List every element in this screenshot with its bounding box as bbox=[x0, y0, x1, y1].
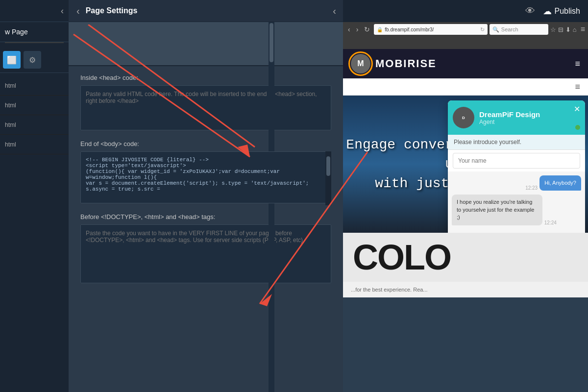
sidebar-item-html-3[interactable]: html bbox=[0, 115, 69, 135]
ps-back-btn[interactable]: ‹ bbox=[76, 5, 80, 17]
msg2-timestamp: 12:24 bbox=[544, 220, 557, 225]
preview-btn[interactable]: 👁 bbox=[525, 5, 535, 17]
chat-avatar: D bbox=[453, 107, 474, 128]
browser-reload-icon[interactable]: ↻ bbox=[480, 26, 485, 33]
sidebar-page-label: w Page bbox=[0, 22, 69, 42]
sidebar-item-html-1[interactable]: html bbox=[0, 76, 69, 96]
page-settings-panel: ‹ Page Settings ‹ Inside <head> code: En… bbox=[69, 0, 343, 392]
browser-toolbar-icons: ☆ ⊟ ⬇ ⌂ ≡ bbox=[550, 25, 585, 34]
chat-intro-bar: Please introduce yourself. bbox=[448, 135, 585, 150]
mob-secondary-nav: ≡ bbox=[343, 78, 588, 96]
mob-secondary-hamburger[interactable]: ≡ bbox=[575, 82, 580, 92]
chat-name-input[interactable] bbox=[453, 153, 580, 169]
head-code-label: Inside <head> code: bbox=[80, 74, 331, 81]
chat-intro-text: Please introduce yourself. bbox=[454, 139, 521, 146]
browser-search-bar[interactable]: 🔍 Search bbox=[490, 24, 548, 35]
doctype-code-textarea[interactable] bbox=[80, 224, 331, 283]
search-icon: 🔍 bbox=[492, 26, 499, 33]
chat-bubble-user-1: Hi, Anybody? bbox=[539, 175, 581, 191]
code-scroll-thumb bbox=[326, 156, 330, 176]
ps-close-btn[interactable]: ‹ bbox=[333, 5, 336, 17]
website-content: M MOBIRISE ≡ ≡ Engage conversation with … bbox=[343, 49, 588, 392]
chat-close-btn[interactable]: ✕ bbox=[574, 104, 580, 114]
browser-url-bar[interactable]: 🔒 fb.dreampif.com/mbr3/ ↻ bbox=[374, 24, 487, 35]
browser-back-btn[interactable]: ‹ bbox=[346, 24, 352, 34]
bookmark-icon[interactable]: ☆ bbox=[550, 26, 556, 33]
body-code-outer: <!-- BEGIN JIVOSITE CODE {literal} --> <… bbox=[80, 151, 331, 205]
search-placeholder-text: Search bbox=[501, 26, 518, 32]
ps-scrollbar-thumb[interactable] bbox=[270, 23, 273, 62]
ps-scrollbar[interactable] bbox=[269, 22, 274, 392]
sidebar-tools: ⬜ ⚙ bbox=[0, 47, 69, 73]
code-scrollbar[interactable] bbox=[325, 151, 331, 205]
sidebar-back-btn[interactable]: ‹ bbox=[61, 6, 64, 16]
sidebar-item-html-2[interactable]: html bbox=[0, 96, 69, 115]
body-code-label: End of <body> code: bbox=[80, 140, 331, 147]
chat-message-row-1: 12:23 Hi, Anybody? bbox=[452, 175, 581, 191]
sidebar-item-html-4[interactable]: html bbox=[0, 135, 69, 154]
publish-cloud-icon: ☁ bbox=[543, 6, 552, 17]
chat-agent-info: DreamPiF Design Agent bbox=[479, 110, 540, 125]
download-icon[interactable]: ⬇ bbox=[565, 26, 571, 33]
chat-online-dot bbox=[574, 124, 581, 131]
body-code-textarea[interactable]: <!-- BEGIN JIVOSITE CODE {literal} --> <… bbox=[80, 151, 331, 203]
ff-menu-btn[interactable]: ≡ bbox=[581, 25, 585, 34]
website-footer: ...for the best experience. Rea... bbox=[343, 282, 588, 297]
url-text: fb.dreampif.com/mbr3/ bbox=[385, 27, 434, 32]
head-code-textarea[interactable] bbox=[80, 85, 331, 130]
chat-agent-name: DreamPiF Design bbox=[479, 110, 540, 119]
ps-panel-title: Page Settings bbox=[86, 6, 138, 15]
publish-btn[interactable]: ☁ Publish bbox=[543, 6, 580, 17]
chat-messages-area: 12:23 Hi, Anybody? I hope you realize yo… bbox=[448, 172, 585, 233]
ps-panel-header: ‹ Page Settings ‹ bbox=[69, 0, 343, 22]
mobirise-brand-label: MOBIRISE bbox=[375, 57, 437, 70]
colo-text: COLO bbox=[353, 240, 451, 275]
ps-top-strip bbox=[69, 22, 343, 66]
logo-ring bbox=[348, 51, 373, 76]
lock-icon: 🔒 bbox=[377, 27, 383, 32]
chat-bubble-agent-1: I hope you realize you're talking to you… bbox=[452, 195, 542, 225]
home-icon[interactable]: ⌂ bbox=[573, 26, 577, 33]
history-icon[interactable]: ⊟ bbox=[558, 26, 564, 33]
chat-message-row-2: I hope you realize you're talking to you… bbox=[452, 195, 581, 225]
browser-chrome: ‹ › ↻ 🔒 fb.dreampif.com/mbr3/ ↻ 🔍 Search… bbox=[343, 22, 588, 49]
body-code-wrapper: <!-- BEGIN JIVOSITE CODE {literal} --> <… bbox=[80, 151, 331, 205]
doctype-code-label: Before <!DOCTYPE>, <html> and <head> tag… bbox=[80, 213, 331, 220]
sidebar-settings-tool-btn[interactable]: ⚙ bbox=[24, 51, 41, 69]
chat-widget: D DreamPiF Design Agent ✕ Please introdu… bbox=[448, 100, 585, 233]
sidebar-items-list: html html html html bbox=[0, 73, 69, 392]
hero-area: Engage conversation with your users with… bbox=[343, 96, 588, 233]
avatar-initials: D bbox=[462, 116, 465, 120]
ps-content-area: Inside <head> code: End of <body> code: … bbox=[69, 74, 343, 297]
app-top-bar: 👁 ☁ Publish bbox=[343, 0, 588, 22]
sidebar: ‹ w Page ⬜ ⚙ html html html html bbox=[0, 0, 69, 392]
browser-nav-bar: ‹ › ↻ 🔒 fb.dreampif.com/mbr3/ ↻ 🔍 Search… bbox=[343, 22, 588, 37]
colo-section: COLO bbox=[343, 233, 588, 282]
msg1-timestamp: 12:23 bbox=[525, 185, 538, 191]
mobirise-logo-icon: M bbox=[351, 54, 370, 74]
mob-hamburger-menu[interactable]: ≡ bbox=[575, 59, 580, 69]
sidebar-divider bbox=[5, 42, 64, 43]
browser-forward-btn[interactable]: › bbox=[354, 24, 361, 34]
sidebar-page-tool-btn[interactable]: ⬜ bbox=[3, 51, 21, 69]
browser-refresh-btn[interactable]: ↻ bbox=[362, 24, 372, 34]
publish-label: Publish bbox=[555, 7, 580, 16]
footer-text: ...for the best experience. Rea... bbox=[351, 287, 428, 293]
chat-header: D DreamPiF Design Agent ✕ bbox=[448, 100, 585, 135]
chat-agent-role: Agent bbox=[479, 119, 540, 125]
sidebar-header: ‹ bbox=[0, 0, 69, 22]
mobirise-header: M MOBIRISE ≡ bbox=[343, 49, 588, 78]
